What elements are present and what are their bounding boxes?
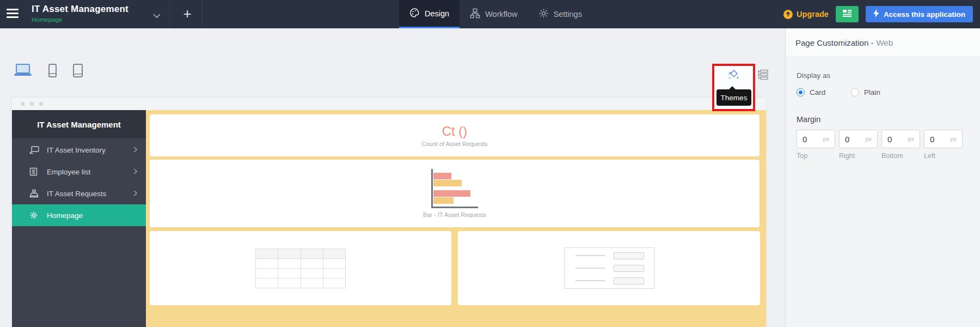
margin-group-right: px Right bbox=[839, 130, 878, 160]
access-application-button[interactable]: Access this application bbox=[866, 6, 973, 22]
page-customization-panel: Page Customization - Web Display as Card… bbox=[785, 28, 980, 327]
upgrade-button[interactable]: Upgrade bbox=[783, 10, 829, 19]
margin-group-left: px Left bbox=[924, 130, 963, 160]
radio-selected-icon[interactable] bbox=[797, 88, 805, 96]
count-widget-value: Ct () bbox=[442, 124, 468, 139]
panel-body: Display as Card Plain Margin px bbox=[786, 57, 980, 160]
canvas-body: IT Asset Management IT Asset Inventory bbox=[12, 110, 766, 327]
list-widget-card[interactable] bbox=[458, 231, 760, 305]
sidebar-item-it-asset-requests[interactable]: IT Asset Requests bbox=[12, 183, 146, 204]
margin-inputs-row: px Top px Right px Bottom bbox=[797, 130, 969, 160]
margin-unit-label: px bbox=[950, 136, 957, 142]
margin-group-bottom: px Bottom bbox=[881, 130, 920, 160]
margin-unit-label: px bbox=[865, 136, 872, 142]
radio-option-card[interactable]: Card bbox=[797, 88, 851, 96]
chevron-right-icon bbox=[133, 190, 137, 198]
sidebar-item-label: Employee list bbox=[47, 168, 90, 176]
sidebar-item-it-asset-inventory[interactable]: IT Asset Inventory bbox=[12, 139, 146, 161]
page-canvas: IT Asset Management IT Asset Inventory bbox=[12, 98, 766, 327]
sidebar-item-label: IT Asset Requests bbox=[47, 190, 106, 198]
margin-input-box: px bbox=[924, 130, 963, 148]
panel-header: Page Customization - Web bbox=[786, 28, 980, 57]
design-workspace: IT Asset Management IT Asset Inventory bbox=[0, 28, 785, 327]
placeholder-line bbox=[575, 268, 605, 269]
display-as-options: Card Plain bbox=[797, 88, 969, 96]
topbar-divider bbox=[202, 0, 203, 28]
upgrade-arrow-icon bbox=[783, 10, 793, 19]
table-cell bbox=[278, 278, 301, 288]
feed-button[interactable] bbox=[836, 6, 859, 22]
app-title-block: IT Asset Management Homepage bbox=[32, 4, 128, 23]
margin-top-input[interactable] bbox=[803, 135, 818, 144]
themes-tooltip: Themes bbox=[716, 89, 751, 106]
bar-chart-widget-card[interactable]: Bar - IT Asset Requests bbox=[150, 160, 759, 227]
preview-sidebar-title: IT Asset Management bbox=[12, 110, 146, 139]
sidebar-item-homepage[interactable]: Homepage bbox=[12, 204, 146, 226]
table-cell bbox=[256, 278, 278, 288]
lightning-icon bbox=[873, 9, 879, 19]
tab-workflow-label: Workflow bbox=[485, 10, 517, 19]
margin-bottom-input[interactable] bbox=[887, 135, 903, 144]
phone-icon[interactable] bbox=[48, 64, 57, 80]
display-as-label: Display as bbox=[797, 71, 969, 80]
hamburger-menu-icon[interactable] bbox=[7, 9, 21, 20]
table-cell bbox=[278, 259, 301, 269]
tab-design[interactable]: Design bbox=[399, 0, 460, 28]
themes-icon[interactable] bbox=[726, 68, 742, 83]
radio-card-label: Card bbox=[810, 88, 825, 96]
gear-icon bbox=[538, 8, 549, 20]
table-widget-card[interactable] bbox=[150, 231, 451, 305]
count-widget-card[interactable]: Ct () Count of Asset Requests bbox=[150, 114, 759, 156]
tablet-icon[interactable] bbox=[73, 64, 83, 80]
placeholder-field bbox=[614, 277, 644, 284]
homepage-icon bbox=[29, 211, 39, 220]
window-dot bbox=[21, 102, 24, 106]
table-cell bbox=[301, 259, 323, 269]
margin-left-input[interactable] bbox=[930, 135, 945, 144]
browser-chrome-strip bbox=[12, 98, 766, 110]
app-title: IT Asset Management bbox=[32, 4, 128, 15]
layout-structure-icon[interactable] bbox=[757, 69, 769, 80]
sidebar-item-label: IT Asset Inventory bbox=[47, 146, 106, 154]
tab-design-label: Design bbox=[425, 9, 449, 18]
margin-section-label: Margin bbox=[797, 115, 969, 124]
margin-left-label: Left bbox=[924, 152, 963, 160]
tab-settings[interactable]: Settings bbox=[528, 0, 592, 28]
margin-bottom-label: Bottom bbox=[881, 152, 920, 160]
table-cell bbox=[256, 249, 278, 259]
list-placeholder bbox=[564, 247, 654, 289]
window-dot bbox=[30, 102, 34, 106]
preview-sidebar: IT Asset Management IT Asset Inventory bbox=[12, 110, 146, 327]
margin-unit-label: px bbox=[908, 136, 914, 142]
table-cell bbox=[301, 278, 323, 288]
laptop-icon[interactable] bbox=[14, 63, 32, 80]
margin-right-label: Right bbox=[839, 152, 878, 160]
tab-workflow[interactable]: Workflow bbox=[460, 0, 528, 28]
employee-list-icon bbox=[29, 167, 39, 176]
app-switcher-chevron-down-icon[interactable] bbox=[152, 11, 161, 21]
add-component-button[interactable]: + bbox=[173, 0, 201, 28]
margin-input-box: px bbox=[839, 130, 878, 148]
sidebar-item-employee-list[interactable]: Employee list bbox=[12, 161, 146, 183]
radio-option-plain[interactable]: Plain bbox=[851, 88, 905, 96]
panel-title: Page Customization - bbox=[795, 38, 873, 47]
sidebar-item-label: Homepage bbox=[47, 211, 83, 220]
main-tabs: Design Workflow Settings bbox=[399, 0, 592, 28]
device-toggle-bar bbox=[14, 63, 83, 80]
chevron-right-icon bbox=[133, 168, 137, 176]
bar-chart-label: Bar - IT Asset Requests bbox=[423, 211, 486, 218]
table-placeholder bbox=[255, 249, 346, 288]
margin-right-input[interactable] bbox=[845, 135, 860, 144]
table-cell bbox=[323, 269, 346, 278]
table-cell bbox=[301, 249, 323, 259]
app-builder-window: IT Asset Management Homepage + Design Wo… bbox=[0, 0, 980, 327]
radio-unselected-icon[interactable] bbox=[851, 88, 859, 96]
count-widget-label: Count of Asset Requests bbox=[421, 141, 487, 147]
inventory-icon bbox=[29, 146, 39, 154]
topbar-divider bbox=[169, 0, 170, 28]
top-bar: IT Asset Management Homepage + Design Wo… bbox=[0, 0, 980, 28]
panel-title-platform: Web bbox=[876, 38, 893, 47]
margin-top-label: Top bbox=[797, 152, 835, 160]
margin-group-top: px Top bbox=[797, 130, 835, 160]
topbar-actions: Upgrade Access this application bbox=[783, 0, 973, 28]
